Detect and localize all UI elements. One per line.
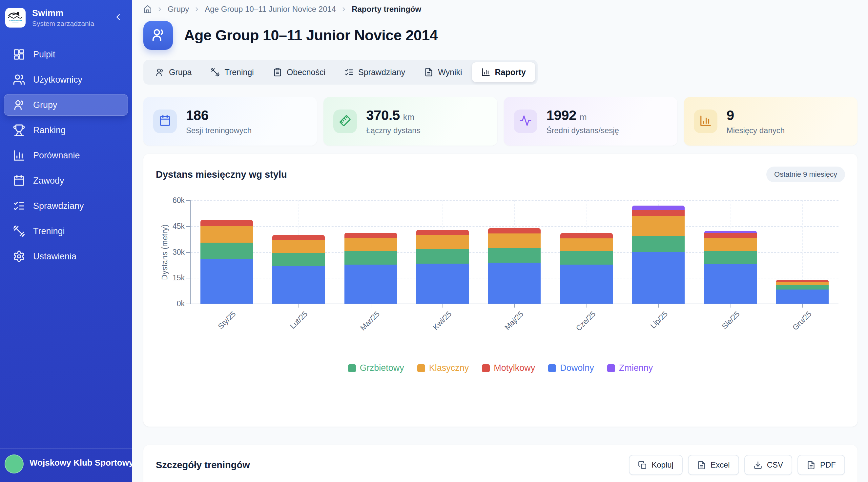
breadcrumb-item[interactable]: Age Group 10–11 Junior Novice 2014	[205, 5, 336, 14]
sidebar-collapse-button[interactable]	[112, 11, 125, 24]
sidebar-item-ranking[interactable]: Ranking	[4, 119, 128, 141]
tab-treningi[interactable]: Treningi	[202, 62, 263, 82]
organization-name: Wojskowy Klub Sportowy	[30, 454, 132, 468]
tab-raporty[interactable]: Raporty	[472, 62, 535, 82]
x-axis-label: Sie/25	[720, 310, 741, 331]
legend-item-motylkowy[interactable]: Motylkowy	[482, 363, 535, 373]
bar-Cze-25	[560, 233, 613, 303]
swimmer-logo-icon: SWIMMING	[7, 9, 24, 26]
stat-card-2: 1992mŚredni dystans/sesję	[504, 97, 677, 146]
y-axis-label: 0k	[156, 299, 185, 308]
stacked-bar-chart: Dystans (metry) Sty/25Lut/25Mar/25Kwi/25…	[156, 196, 845, 350]
excel-button[interactable]: Excel	[688, 455, 739, 475]
sidebar-footer[interactable]: Wojskowy Klub Sportowy	[0, 448, 132, 482]
button-label: Kopiuj	[651, 460, 674, 470]
sidebar-item-pulpit[interactable]: Pulpit	[4, 43, 128, 65]
pdf-button[interactable]: PDF	[798, 455, 845, 475]
stat-label: Łączny dystans	[366, 126, 420, 135]
bar-Sty-25	[200, 220, 253, 303]
bar-Mar-25	[344, 233, 397, 303]
sidebar-item-porownanie[interactable]: Porównanie	[4, 144, 128, 166]
sidebar-header: SWIMMING Swimm System zarządzania	[0, 0, 132, 35]
x-axis-label: Sty/25	[216, 310, 238, 331]
button-label: Excel	[711, 460, 730, 470]
sidebar-item-ustawienia[interactable]: Ustawienia	[4, 246, 128, 267]
stat-icon-box	[514, 109, 537, 133]
tab-obecnosci[interactable]: Obecności	[264, 62, 335, 82]
bar-segment-motylkowy	[632, 210, 685, 216]
sidebar-item-zawody[interactable]: Zawody	[4, 170, 128, 192]
tab-wyniki[interactable]: Wyniki	[415, 62, 471, 82]
users-icon	[13, 73, 25, 86]
bar-segment-dowolny	[488, 263, 540, 303]
legend-item-grzbietowy[interactable]: Grzbietowy	[348, 363, 404, 373]
legend-item-klasyczny[interactable]: Klasyczny	[417, 363, 469, 373]
tab-sprawdziany[interactable]: Sprawdziany	[335, 62, 414, 82]
app-window: SWIMMING Swimm System zarządzania Pulpit…	[0, 0, 868, 482]
x-axis-label: Cze/25	[574, 310, 597, 333]
bar-segment-grzbietowy	[344, 251, 397, 265]
sidebar-item-uzytkownicy[interactable]: Użytkownicy	[4, 69, 128, 91]
swimming-club-logo: SWIMMING	[5, 8, 26, 28]
sidebar-item-treningi[interactable]: Treningi	[4, 220, 128, 242]
stat-value: 1992	[547, 107, 577, 123]
grid-icon	[13, 48, 25, 61]
stat-body: 9Miesięcy danych	[726, 107, 785, 135]
user-group-icon	[155, 68, 164, 77]
tab-grupa[interactable]: Grupa	[146, 62, 201, 82]
stat-card-0: 186Sesji treningowych	[143, 97, 317, 146]
bar-segment-grzbietowy	[704, 251, 757, 264]
y-tick	[186, 278, 190, 278]
kopiuj-button[interactable]: Kopiuj	[629, 455, 683, 475]
user-group-icon	[13, 99, 25, 111]
stat-value: 186	[186, 107, 209, 123]
y-tick	[186, 226, 190, 227]
sidebar-item-grupy[interactable]: Grupy	[4, 94, 128, 116]
bar-segment-motylkowy	[416, 230, 469, 235]
dumbbell-icon	[13, 225, 25, 237]
bar-segment-zmienny	[632, 205, 685, 210]
legend-label: Grzbietowy	[360, 363, 404, 373]
y-tick	[186, 303, 190, 304]
breadcrumb-item[interactable]: Grupy	[167, 5, 189, 14]
stat-value-row: 1992m	[547, 107, 619, 123]
tab-label: Obecności	[287, 68, 326, 77]
chart-band-Lut-25: Lut/25	[262, 200, 334, 303]
bar-segment-klasyczny	[776, 282, 829, 285]
bar-segment-klasyczny	[272, 240, 325, 253]
stat-card-1: 370.5kmŁączny dystans	[323, 97, 497, 146]
bar-Sie-25	[704, 231, 757, 303]
bar-Lip-25	[632, 205, 685, 303]
bar-segment-dowolny	[560, 265, 613, 303]
sidebar: SWIMMING Swimm System zarządzania Pulpit…	[0, 0, 132, 482]
tab-label: Sprawdziany	[358, 68, 405, 77]
legend-item-zmienny[interactable]: Zmienny	[607, 363, 653, 373]
legend-label: Klasyczny	[429, 363, 469, 373]
app-name: Swimm	[32, 8, 105, 19]
x-axis-label: Lip/25	[649, 310, 669, 330]
home-icon[interactable]	[143, 5, 152, 13]
details-card-header: Szczegóły treningów KopiujExcelCSVPDF	[156, 454, 845, 476]
tab-label: Grupa	[169, 68, 192, 77]
stat-card-3: 9Miesięcy danych	[684, 97, 858, 146]
chart-band-Maj-25: Maj/25	[478, 200, 551, 303]
checks-icon	[344, 68, 353, 77]
legend-item-dowolny[interactable]: Dowolny	[548, 363, 594, 373]
csv-button[interactable]: CSV	[744, 455, 792, 475]
bar-segment-klasyczny	[632, 216, 685, 236]
bar-segment-motylkowy	[200, 220, 253, 226]
x-axis-label: Gru/25	[790, 310, 813, 332]
chart-band-Lip-25: Lip/25	[623, 200, 694, 303]
sidebar-nav: PulpitUżytkownicyGrupyRankingPorównanieZ…	[0, 35, 132, 276]
breadcrumb-separator-icon	[193, 6, 200, 12]
y-axis-label: 60k	[156, 196, 185, 205]
sidebar-item-sprawdziany[interactable]: Sprawdziany	[4, 195, 128, 217]
y-axis-label: 45k	[156, 222, 185, 231]
bar-segment-dowolny	[416, 264, 469, 303]
chart-range-badge: Ostatnie 9 miesięcy	[766, 167, 845, 182]
chart-card-header: Dystans miesięczny wg stylu Ostatnie 9 m…	[156, 164, 845, 185]
button-label: CSV	[767, 460, 783, 470]
page-header: Age Group 10–11 Junior Novice 2014	[143, 21, 858, 50]
bar-segment-klasyczny	[488, 233, 540, 248]
chart-title: Dystans miesięczny wg stylu	[156, 169, 287, 180]
